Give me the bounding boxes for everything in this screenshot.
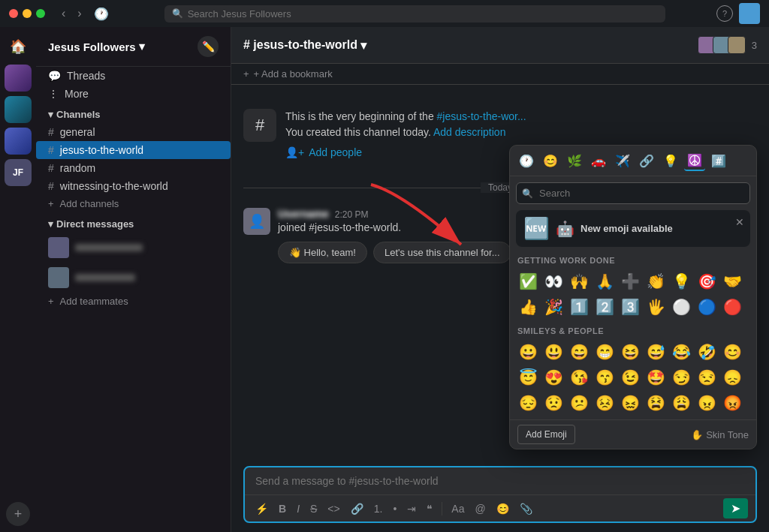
emoji-smiley[interactable]: 😃 [541, 340, 565, 364]
emoji-tab-recent[interactable]: 🕐 [516, 150, 537, 171]
emoji-tab-objects[interactable]: 🔗 [636, 150, 657, 171]
minimize-button[interactable] [23, 9, 32, 18]
channel-title[interactable]: # jesus-to-the-world ▾ [243, 38, 366, 53]
sidebar-item-add-teammates[interactable]: + Add teammates [36, 293, 231, 310]
emoji-star-struck[interactable]: 🤩 [644, 365, 668, 389]
code-icon[interactable]: <> [324, 500, 342, 518]
ordered-list-icon[interactable]: 1. [371, 500, 386, 518]
help-button[interactable]: ? [716, 5, 733, 22]
emoji-grinning[interactable]: 😀 [516, 340, 540, 364]
emoji-search-input[interactable] [516, 182, 750, 204]
skin-tone-button[interactable]: ✋ Skin Tone [691, 429, 749, 440]
emoji-party[interactable]: 🎉 [541, 295, 565, 319]
send-button[interactable]: ➤ [723, 498, 748, 518]
workspace-icon-2[interactable] [5, 96, 32, 123]
emoji-kissing[interactable]: 😙 [593, 365, 617, 389]
workspace-name[interactable]: Jesus Followers ▾ [48, 40, 145, 53]
emoji-hand[interactable]: 🖐 [644, 295, 668, 319]
emoji-rage[interactable]: 😡 [720, 391, 744, 415]
emoji-smirk[interactable]: 😏 [669, 365, 693, 389]
user-avatar[interactable] [739, 3, 760, 24]
emoji-plus[interactable]: ➕ [618, 269, 642, 293]
channels-section[interactable]: ▾ Channels [36, 103, 231, 123]
jf-workspace-icon[interactable]: JF [5, 159, 32, 186]
strikethrough-icon[interactable]: S [307, 500, 320, 518]
history-button[interactable]: 🕐 [89, 5, 113, 23]
emoji-one[interactable]: 1️⃣ [567, 295, 591, 319]
home-icon[interactable]: 🏠 [5, 33, 32, 60]
emoji-clap[interactable]: 👏 [644, 269, 668, 293]
message-input[interactable] [245, 467, 755, 494]
indent-icon[interactable]: ⇥ [404, 500, 419, 518]
sidebar-item-general[interactable]: # general [36, 123, 231, 141]
emoji-disappointed[interactable]: 😞 [720, 365, 744, 389]
emoji-innocent[interactable]: 😇 [516, 365, 540, 389]
unordered-list-icon[interactable]: • [390, 500, 400, 518]
close-button[interactable] [9, 9, 18, 18]
emoji-tab-custom[interactable]: #️⃣ [708, 150, 729, 171]
font-size-icon[interactable]: Aa [448, 500, 467, 518]
edit-button[interactable]: ✏️ [198, 36, 219, 57]
dm-section[interactable]: ▾ Direct messages [36, 212, 231, 233]
emoji-two[interactable]: 2️⃣ [593, 295, 617, 319]
emoji-thumbsup[interactable]: 👍 [516, 295, 540, 319]
dm-item-2[interactable] [36, 263, 231, 293]
emoji-red-circle[interactable]: 🔴 [720, 295, 744, 319]
emoji-heart-eyes[interactable]: 😍 [541, 365, 565, 389]
sidebar-item-random[interactable]: # random [36, 159, 231, 177]
emoji-eyes[interactable]: 👀 [541, 269, 565, 293]
sidebar-item-jesus-to-the-world[interactable]: # jesus-to-the-world [36, 141, 231, 159]
emoji-rofl[interactable]: 🤣 [695, 340, 719, 364]
blockquote-icon[interactable]: ❝ [424, 500, 436, 518]
emoji-wink[interactable]: 😉 [618, 365, 642, 389]
sidebar-item-witnessing[interactable]: # witnessing-to-the-world [36, 177, 231, 195]
emoji-tab-smileys[interactable]: 😊 [540, 150, 561, 171]
emoji-tab-flags[interactable]: ☮️ [684, 150, 705, 171]
attachment-icon[interactable]: 📎 [517, 500, 535, 518]
italic-icon[interactable]: I [294, 500, 303, 518]
emoji-sweat-smile[interactable]: 😅 [644, 340, 668, 364]
emoji-target[interactable]: 🎯 [695, 269, 719, 293]
sidebar-item-threads[interactable]: 💬 Threads [36, 67, 231, 85]
mention-icon[interactable]: @ [472, 500, 488, 518]
bookmark-bar[interactable]: + + Add a bookmark [231, 64, 769, 85]
emoji-kissing-heart[interactable]: 😘 [567, 365, 591, 389]
emoji-pray[interactable]: 🙏 [593, 269, 617, 293]
emoji-confused[interactable]: 😕 [567, 391, 591, 415]
emoji-worried[interactable]: 😟 [541, 391, 565, 415]
sidebar-item-add-channel[interactable]: + Add channels [36, 195, 231, 212]
emoji-blush[interactable]: 😊 [720, 340, 744, 364]
emoji-tab-nature[interactable]: 🌿 [564, 150, 585, 171]
emoji-tab-symbols[interactable]: 💡 [660, 150, 681, 171]
emoji-unamused[interactable]: 😒 [695, 365, 719, 389]
workspace-icon-1[interactable] [5, 65, 32, 92]
emoji-checkmark[interactable]: ✅ [516, 269, 540, 293]
search-bar[interactable]: 🔍 [164, 5, 665, 23]
emoji-blue-circle[interactable]: 🔵 [695, 295, 719, 319]
emoji-pensive[interactable]: 😔 [516, 391, 540, 415]
emoji-weary[interactable]: 😩 [669, 391, 693, 415]
emoji-grin[interactable]: 😁 [593, 340, 617, 364]
emoji-angry[interactable]: 😠 [695, 391, 719, 415]
emoji-persevere[interactable]: 😣 [593, 391, 617, 415]
channel-link[interactable]: #jesus-to-the-wor... [437, 110, 526, 122]
lightning-icon[interactable]: ⚡ [252, 500, 271, 518]
emoji-three[interactable]: 3️⃣ [618, 295, 642, 319]
search-input[interactable] [188, 8, 658, 20]
back-button[interactable]: ‹ [57, 5, 70, 23]
bold-icon[interactable]: B [276, 500, 289, 518]
emoji-confounded[interactable]: 😖 [618, 391, 642, 415]
suggestion-chip-2[interactable]: Let's use this channel for... [373, 242, 511, 263]
close-banner-button[interactable]: ✕ [735, 216, 744, 228]
emoji-white-circle[interactable]: ⚪ [669, 295, 693, 319]
emoji-laughing[interactable]: 😆 [618, 340, 642, 364]
add-description-link[interactable]: Add description [433, 126, 506, 138]
suggestion-chip-1[interactable]: 👋 Hello, team! [278, 242, 367, 263]
sidebar-item-more[interactable]: ⋮ More [36, 85, 231, 103]
emoji-tab-activities[interactable]: ✈️ [612, 150, 633, 171]
forward-button[interactable]: › [73, 5, 86, 23]
emoji-raised-hands[interactable]: 🙌 [567, 269, 591, 293]
maximize-button[interactable] [36, 9, 45, 18]
add-emoji-button[interactable]: Add Emoji [517, 425, 575, 444]
emoji-icon[interactable]: 😊 [493, 500, 512, 518]
